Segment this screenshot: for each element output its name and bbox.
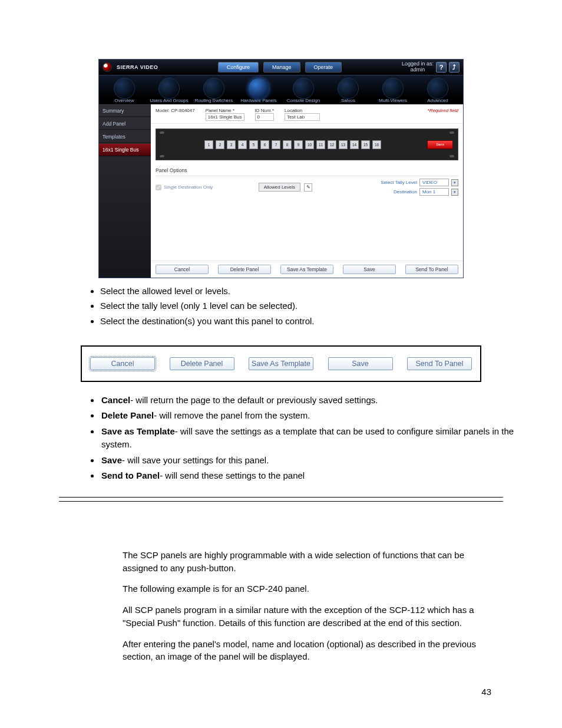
subtab-advanced[interactable]: Advanced <box>416 78 459 104</box>
panel-name-input[interactable]: 16x1 Single Bus <box>206 113 244 121</box>
help-icon[interactable]: ? <box>436 62 447 73</box>
save-as-template-button[interactable]: Save As Template <box>249 357 313 370</box>
panel-button[interactable]: 7 <box>272 140 280 149</box>
paragraph: The following example is for an SCP-240 … <box>123 582 497 595</box>
panel-button[interactable]: 5 <box>249 140 258 149</box>
sidebar: Summary Add Panel Templates 16x1 Single … <box>99 104 151 278</box>
list-item: Select the tally level (only 1 level can… <box>100 299 527 312</box>
delete-panel-button[interactable]: Delete Panel <box>218 265 271 274</box>
login-user: admin <box>402 67 434 73</box>
panel-button[interactable]: 14 <box>350 140 359 149</box>
form-row: Model: CP-804047 Panel Name * 16x1 Singl… <box>151 104 463 124</box>
tab-manage[interactable]: Manage <box>263 62 300 73</box>
location-input[interactable]: Test Lab <box>285 113 320 121</box>
destination-select[interactable]: Mon 1 <box>419 188 449 196</box>
paragraph: The SCP panels are highly programmable w… <box>123 549 497 575</box>
panel-button[interactable]: 3 <box>227 140 236 149</box>
cancel-button[interactable]: Cancel <box>156 265 209 274</box>
panel-button[interactable]: 15 <box>361 140 370 149</box>
id-num-input[interactable]: 0 <box>255 113 274 121</box>
tab-configure[interactable]: Configure <box>218 62 259 73</box>
single-destination-label: Single Destination Only <box>164 185 213 190</box>
brand-logo-icon <box>103 62 112 72</box>
dropdown-icon[interactable]: ▾ <box>451 189 458 196</box>
panel-options-title: Panel Options <box>156 167 458 173</box>
panel-button[interactable]: 8 <box>283 140 292 149</box>
delete-panel-button[interactable]: Delete Panel <box>170 357 234 370</box>
list-item: Select the destination(s) you want this … <box>100 314 527 328</box>
sidebar-item-16x1[interactable]: 16x1 Single Bus <box>99 143 151 156</box>
panel-brand-chip: Sierra <box>427 140 453 149</box>
panel-button[interactable]: 16 <box>372 140 381 149</box>
dropdown-icon[interactable]: ▾ <box>451 179 458 186</box>
sidebar-item-summary[interactable]: Summary <box>99 104 151 117</box>
save-button[interactable]: Save <box>328 357 393 370</box>
panel-button[interactable]: 1 <box>204 140 213 149</box>
login-status: Logged in as: admin ? ⤴ <box>402 61 459 73</box>
tally-level-label: Select Tally Level <box>381 180 417 185</box>
location-label: Location <box>285 108 320 113</box>
logout-icon[interactable]: ⤴ <box>449 62 459 73</box>
subtab-overview[interactable]: Overview <box>103 78 146 104</box>
allowed-levels-button[interactable]: Allowed Levels <box>259 183 300 192</box>
edit-icon[interactable]: ✎ <box>304 183 312 192</box>
panel-options-section: Panel Options Single Destination Only Al… <box>151 165 463 261</box>
tally-level-select[interactable]: VIDEO <box>419 179 449 186</box>
save-button[interactable]: Save <box>343 265 396 274</box>
subtab-console[interactable]: Console Design <box>282 78 325 104</box>
required-field-note: *Required field <box>428 108 458 113</box>
button-bar-figure: Cancel Delete Panel Save As Template Sav… <box>81 345 481 382</box>
screw-icon <box>160 155 164 157</box>
action-button-row: Cancel Delete Panel Save As Template Sav… <box>151 261 463 278</box>
list-item: Save as Template- will save the settings… <box>100 425 527 452</box>
button-description-list: Cancel- will return the page to the defa… <box>77 394 527 483</box>
cancel-button[interactable]: Cancel <box>90 357 155 370</box>
topbar: SIERRA VIDEO Configure Manage Operate Lo… <box>99 60 463 75</box>
instruction-list: Select the allowed level or levels. Sele… <box>100 284 527 328</box>
list-item: Send to Panel- will send these settings … <box>100 469 527 483</box>
save-as-template-button[interactable]: Save As Template <box>280 265 333 274</box>
single-destination-checkbox[interactable] <box>156 185 161 190</box>
tab-operate[interactable]: Operate <box>305 62 342 73</box>
divider <box>59 501 503 502</box>
panel-visual: 1 2 3 4 5 6 7 8 9 10 11 12 13 14 15 16 S <box>156 129 458 160</box>
divider <box>59 497 503 498</box>
list-item: Save- will save your settings for this p… <box>100 454 527 467</box>
screw-icon <box>449 131 454 134</box>
send-to-panel-button[interactable]: Send To Panel <box>405 265 458 274</box>
sidebar-item-add-panel[interactable]: Add Panel <box>99 117 151 130</box>
destination-label: Destination <box>394 189 417 195</box>
list-item: Select the allowed level or levels. <box>100 284 527 298</box>
panel-button[interactable]: 11 <box>316 140 325 149</box>
send-to-panel-button[interactable]: Send To Panel <box>407 357 472 370</box>
subtab-users[interactable]: Users And Groups <box>147 78 191 104</box>
paragraph: After entering the panel's model, name a… <box>123 638 497 664</box>
panel-button[interactable]: 9 <box>294 140 303 149</box>
subtab-salvos[interactable]: Salvos <box>326 78 370 104</box>
main-content: Model: CP-804047 Panel Name * 16x1 Singl… <box>151 104 463 278</box>
list-item: Cancel- will return the page to the defa… <box>100 394 527 407</box>
panel-button[interactable]: 10 <box>305 140 314 149</box>
subtab-strip: Overview Users And Groups Routing Switch… <box>99 75 463 104</box>
panel-button[interactable]: 6 <box>260 140 269 149</box>
subtab-routing[interactable]: Routing Switchers <box>192 78 236 104</box>
list-item: Delete Panel- will remove the panel from… <box>100 409 527 423</box>
panel-button[interactable]: 12 <box>328 140 336 149</box>
subtab-multiviewers[interactable]: Multi-Viewers <box>371 78 415 104</box>
app-window: SIERRA VIDEO Configure Manage Operate Lo… <box>98 59 464 278</box>
model-label: Model: CP-804047 <box>156 108 195 113</box>
panel-name-label: Panel Name * <box>206 108 244 113</box>
page-number: 43 <box>35 687 491 697</box>
subtab-hardware-panels[interactable]: Hardware Panels <box>237 78 280 104</box>
screw-icon <box>160 131 164 134</box>
panel-button[interactable]: 13 <box>339 140 348 149</box>
sidebar-item-templates[interactable]: Templates <box>99 130 151 143</box>
brand-text: SIERRA VIDEO <box>117 64 158 70</box>
panel-button[interactable]: 4 <box>238 140 247 149</box>
panel-button[interactable]: 2 <box>216 140 224 149</box>
screw-icon <box>449 155 454 157</box>
id-num-label: ID Num.* <box>255 108 274 113</box>
paragraph: All SCP panels program in a similar natu… <box>123 604 497 630</box>
